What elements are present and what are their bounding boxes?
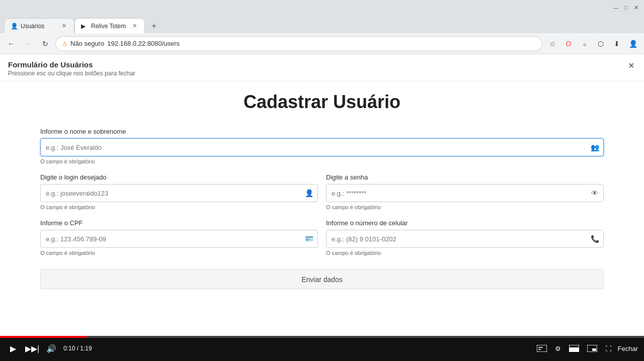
security-warning-icon: ⚠ xyxy=(62,40,67,47)
main-form: Cadastrar Usuário Informe o nome e sobre… xyxy=(0,81,644,304)
back-button[interactable]: ← xyxy=(4,37,18,51)
close-window-button[interactable]: ✕ xyxy=(632,4,640,12)
user-icon: 👤 xyxy=(304,188,314,198)
phone-label: Informe o número de celular xyxy=(326,219,604,227)
tab-usuarios[interactable]: 👤 Usuários ✕ xyxy=(4,18,74,33)
password-label: Digite a senha xyxy=(326,173,604,181)
video-bar: ▶ ▶▶| 🔊 0:10 / 1:19 ⚙ ⛶ Fechar xyxy=(0,336,644,361)
minimize-button[interactable]: — xyxy=(612,4,620,12)
form-header: Formulário de Usuários Pressione esc ou … xyxy=(0,54,644,81)
cpf-input-wrapper: 🪪 xyxy=(40,230,318,248)
svg-rect-6 xyxy=(592,348,596,351)
name-error: O campo é obrigatório xyxy=(40,158,604,164)
name-input[interactable] xyxy=(40,138,604,156)
miniplayer-button[interactable] xyxy=(585,343,599,354)
skip-button[interactable]: ▶▶| xyxy=(25,341,39,355)
login-error: O campo é obrigatório xyxy=(40,204,318,210)
name-field-group: Informe o nome e sobrenome 👥 O campo é o… xyxy=(40,128,604,164)
browser-chrome: — □ ✕ 👤 Usuários ✕ ▶ Relive Totem ✕ + ← … xyxy=(0,0,644,54)
tab-relive-totem[interactable]: ▶ Relive Totem ✕ xyxy=(74,18,145,33)
fullscreen-button[interactable]: ⛶ xyxy=(603,343,614,354)
bookmark-button[interactable]: ☆ xyxy=(545,37,559,51)
toolbar-actions: ☆ O ⬦ ⬡ ⬇ 👤 xyxy=(545,37,640,51)
login-input-wrapper: 👤 xyxy=(40,184,318,202)
tab-favicon-2: ▶ xyxy=(81,23,88,30)
cpf-phone-row: Informe o CPF 🪪 O campo é obrigatório In… xyxy=(40,219,604,265)
tab-close-1[interactable]: ✕ xyxy=(60,22,68,30)
tab-close-2[interactable]: ✕ xyxy=(130,22,138,30)
password-field-group: Digite a senha 👁 O campo é obrigatório xyxy=(326,173,604,210)
name-label: Informe o nome e sobrenome xyxy=(40,128,604,135)
extension-button-1[interactable]: ⬦ xyxy=(578,37,592,51)
play-pause-button[interactable]: ▶ xyxy=(6,341,20,355)
tab-title-2: Relive Totem xyxy=(91,23,127,30)
form-header-title: Formulário de Usuários xyxy=(8,60,636,69)
cpf-field-group: Informe o CPF 🪪 O campo é obrigatório xyxy=(40,219,318,256)
fechar-button[interactable]: Fechar xyxy=(618,345,638,352)
login-password-row: Digite o login desejado 👤 O campo é obri… xyxy=(40,173,604,219)
form-header-subtitle: Pressione esc ou clique nos botões para … xyxy=(8,70,636,77)
cpf-error: O campo é obrigatório xyxy=(40,250,318,256)
video-time-display: 0:10 / 1:19 xyxy=(63,345,92,352)
address-bar[interactable]: ⚠ Não seguro 192.168.0.22:8080/users xyxy=(55,36,542,51)
page-content: Formulário de Usuários Pressione esc ou … xyxy=(0,54,644,361)
browser-toolbar: ← → ↻ ⚠ Não seguro 192.168.0.22:8080/use… xyxy=(0,33,644,54)
password-error: O campo é obrigatório xyxy=(326,204,604,210)
password-input[interactable] xyxy=(326,184,604,202)
downloads-button[interactable]: ⬇ xyxy=(610,37,624,51)
phone-error: O campo é obrigatório xyxy=(326,250,604,256)
reload-button[interactable]: ↻ xyxy=(38,37,52,51)
eye-icon[interactable]: 👁 xyxy=(590,188,600,198)
video-progress-fill xyxy=(0,336,87,338)
phone-input-wrapper: 📞 xyxy=(326,230,604,248)
profile-button[interactable]: 👤 xyxy=(626,37,640,51)
phone-input[interactable] xyxy=(326,230,604,248)
password-input-wrapper: 👁 xyxy=(326,184,604,202)
video-right-controls: ⚙ ⛶ Fechar xyxy=(535,343,638,354)
person-icon: 👥 xyxy=(590,142,600,152)
forward-button[interactable]: → xyxy=(21,37,35,51)
settings-button[interactable]: ⚙ xyxy=(553,343,563,354)
login-input[interactable] xyxy=(40,184,318,202)
maximize-button[interactable]: □ xyxy=(622,4,630,12)
browser-tabs-bar: 👤 Usuários ✕ ▶ Relive Totem ✕ + xyxy=(0,15,644,33)
tab-title-1: Usuários xyxy=(21,23,57,30)
theater-mode-button[interactable] xyxy=(567,343,581,354)
video-progress-bar[interactable] xyxy=(0,336,644,338)
cpf-input[interactable] xyxy=(40,230,318,248)
new-tab-button[interactable]: + xyxy=(147,19,161,33)
phone-field-group: Informe o número de celular 📞 O campo é … xyxy=(326,219,604,256)
login-label: Digite o login desejado xyxy=(40,173,318,181)
id-card-icon: 🪪 xyxy=(304,234,314,244)
extension-button-2[interactable]: ⬡ xyxy=(594,37,608,51)
security-text: Não seguro xyxy=(70,40,104,47)
login-field-group: Digite o login desejado 👤 O campo é obri… xyxy=(40,173,318,210)
browser-titlebar: — □ ✕ xyxy=(0,0,644,15)
cpf-label: Informe o CPF xyxy=(40,219,318,227)
subtitles-button[interactable] xyxy=(535,343,549,354)
window-controls: — □ ✕ xyxy=(612,4,640,12)
volume-button[interactable]: 🔊 xyxy=(44,341,58,355)
name-input-wrapper: 👥 xyxy=(40,138,604,156)
tab-favicon-1: 👤 xyxy=(11,23,18,30)
address-url: 192.168.0.22:8080/users xyxy=(107,40,180,47)
svg-rect-4 xyxy=(569,347,579,352)
close-form-button[interactable]: ✕ xyxy=(626,60,636,70)
form-heading: Cadastrar Usuário xyxy=(40,92,604,113)
phone-icon: 📞 xyxy=(590,234,600,244)
extension-opera-button[interactable]: O xyxy=(561,37,576,51)
svg-rect-0 xyxy=(537,345,547,352)
submit-button[interactable]: Enviar dados xyxy=(40,269,604,289)
